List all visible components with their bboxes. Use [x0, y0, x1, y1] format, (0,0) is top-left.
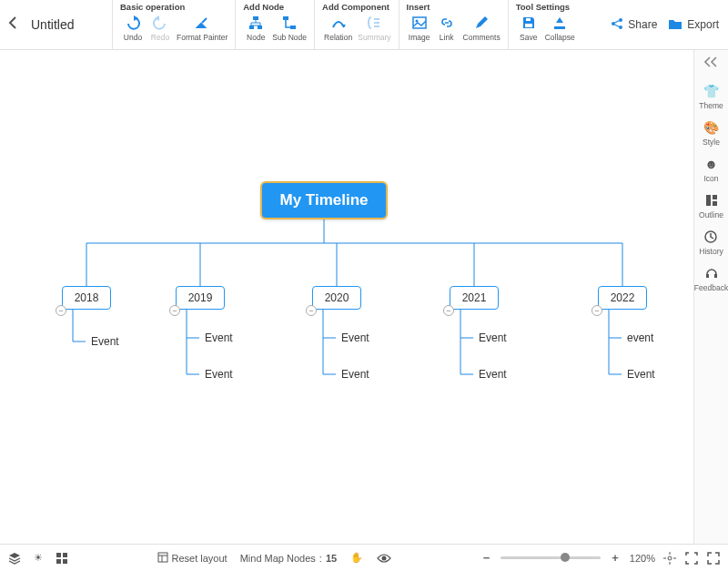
collapse-toggle-icon[interactable]: −: [56, 305, 66, 316]
mindmap-canvas[interactable]: My Timeline 2018−Event2019−EventEvent202…: [0, 50, 693, 544]
group-title: Basic operation: [120, 2, 229, 12]
layers-icon[interactable]: [7, 551, 22, 566]
insert-comments-button[interactable]: Comments: [461, 13, 502, 43]
sidepanel-icon[interactable]: ☻ Icon: [703, 156, 720, 183]
group-title: Add Node: [243, 2, 308, 12]
format-painter-button[interactable]: Format Painter: [175, 13, 229, 43]
face-icon: ☻: [703, 156, 720, 172]
layout-icon: [157, 552, 168, 565]
sidepanel-outline[interactable]: Outline: [699, 192, 723, 219]
year-label: 2019: [188, 291, 213, 304]
export-button[interactable]: Export: [668, 17, 719, 33]
share-icon: [611, 17, 623, 33]
collapse-button[interactable]: Collapse: [543, 13, 577, 43]
subnode-icon: [280, 14, 298, 32]
right-sidepanel: 👕 Theme 🎨 Style ☻ Icon Outline History F…: [693, 50, 728, 544]
zoom-out-button[interactable]: −: [480, 551, 494, 565]
year-node-2021[interactable]: 2021−: [450, 286, 499, 310]
svg-rect-2: [253, 16, 258, 20]
shirt-icon: 👕: [703, 83, 720, 99]
svg-point-63: [668, 556, 672, 560]
svg-rect-48: [706, 195, 711, 206]
status-bar: ☀ Reset layout Mind Map Nodes : 15 ✋ − +…: [0, 544, 728, 571]
sidepanel-feedback[interactable]: Feedback: [694, 265, 728, 292]
svg-line-25: [615, 20, 620, 23]
svg-rect-58: [63, 559, 67, 564]
year-node-2018[interactable]: 2018−: [62, 286, 111, 310]
add-node-button[interactable]: Node: [243, 13, 268, 43]
redo-icon: [151, 14, 169, 32]
toolbar-group-addnode: Add Node Node Sub Node: [235, 0, 314, 49]
undo-button[interactable]: Undo: [120, 13, 146, 43]
event-node[interactable]: Event: [203, 366, 235, 382]
share-button[interactable]: Share: [611, 17, 657, 33]
event-node[interactable]: Event: [339, 366, 371, 382]
svg-marker-21: [556, 17, 563, 23]
collapse-icon: [551, 14, 569, 32]
grid-icon[interactable]: [55, 551, 69, 566]
event-node[interactable]: Event: [203, 330, 235, 346]
pencil-icon: [472, 14, 490, 32]
sidepanel-style[interactable]: 🎨 Style: [703, 119, 720, 147]
toolbar-group-tool: Tool Settings Save Collapse: [508, 0, 582, 49]
svg-rect-50: [713, 201, 717, 206]
zoom-in-button[interactable]: +: [608, 551, 622, 565]
collapse-toggle-icon[interactable]: −: [169, 305, 180, 316]
sidepanel-collapse-button[interactable]: [704, 56, 719, 70]
summary-icon: [365, 14, 383, 32]
sidepanel-history[interactable]: History: [699, 229, 723, 256]
zoom-level: 120%: [630, 553, 655, 564]
collapse-toggle-icon[interactable]: −: [592, 305, 602, 316]
brush-icon: [193, 14, 211, 32]
outline-icon: [703, 192, 720, 209]
relation-icon: [329, 14, 348, 32]
event-node[interactable]: event: [625, 330, 655, 346]
svg-rect-20: [554, 26, 565, 29]
svg-point-62: [382, 556, 387, 560]
expand-icon[interactable]: [706, 551, 721, 566]
group-title: Insert: [407, 2, 502, 12]
eye-icon[interactable]: [377, 551, 391, 566]
document-title[interactable]: Untitled: [31, 17, 74, 32]
headset-icon: [703, 265, 720, 281]
svg-point-17: [415, 20, 418, 23]
year-label: 2020: [325, 291, 349, 304]
insert-image-button[interactable]: Image: [407, 13, 432, 43]
zoom-slider[interactable]: [500, 556, 601, 559]
fullscreen-icon[interactable]: [684, 551, 699, 566]
collapse-toggle-icon[interactable]: −: [443, 305, 454, 316]
root-node[interactable]: My Timeline: [260, 181, 388, 219]
fit-screen-icon[interactable]: [662, 551, 677, 566]
svg-rect-11: [290, 25, 296, 29]
redo-button[interactable]: Redo: [147, 13, 173, 43]
clock-icon: [703, 229, 719, 245]
toolbar-group-insert: Insert Image Link Comments: [399, 0, 508, 49]
year-node-2020[interactable]: 2020−: [312, 286, 361, 310]
year-node-2019[interactable]: 2019−: [176, 286, 225, 310]
year-node-2022[interactable]: 2022−: [598, 286, 647, 310]
group-title: Tool Settings: [516, 2, 577, 12]
sidepanel-theme[interactable]: 👕 Theme: [699, 83, 723, 110]
svg-rect-55: [56, 553, 61, 557]
back-button[interactable]: [7, 16, 18, 33]
event-node[interactable]: Event: [89, 333, 121, 350]
undo-icon: [124, 14, 142, 32]
svg-point-24: [619, 25, 622, 29]
event-node[interactable]: Event: [477, 366, 509, 382]
reset-layout-button[interactable]: Reset layout: [157, 552, 228, 565]
event-node[interactable]: Event: [477, 330, 509, 346]
add-subnode-button[interactable]: Sub Node: [270, 13, 308, 43]
event-node[interactable]: Event: [625, 366, 657, 382]
collapse-toggle-icon[interactable]: −: [306, 305, 317, 316]
event-node[interactable]: Event: [339, 330, 371, 346]
insert-link-button[interactable]: Link: [434, 13, 460, 43]
link-icon: [438, 14, 456, 32]
save-button[interactable]: Save: [516, 13, 541, 43]
palette-icon: 🎨: [703, 119, 720, 136]
hand-icon[interactable]: ✋: [349, 551, 364, 566]
year-label: 2018: [75, 291, 99, 304]
toolbar-group-addcomp: Add Component Relation Summary: [314, 0, 399, 49]
sun-icon[interactable]: ☀: [31, 551, 46, 566]
summary-button[interactable]: Summary: [356, 13, 392, 43]
relation-button[interactable]: Relation: [322, 13, 354, 43]
